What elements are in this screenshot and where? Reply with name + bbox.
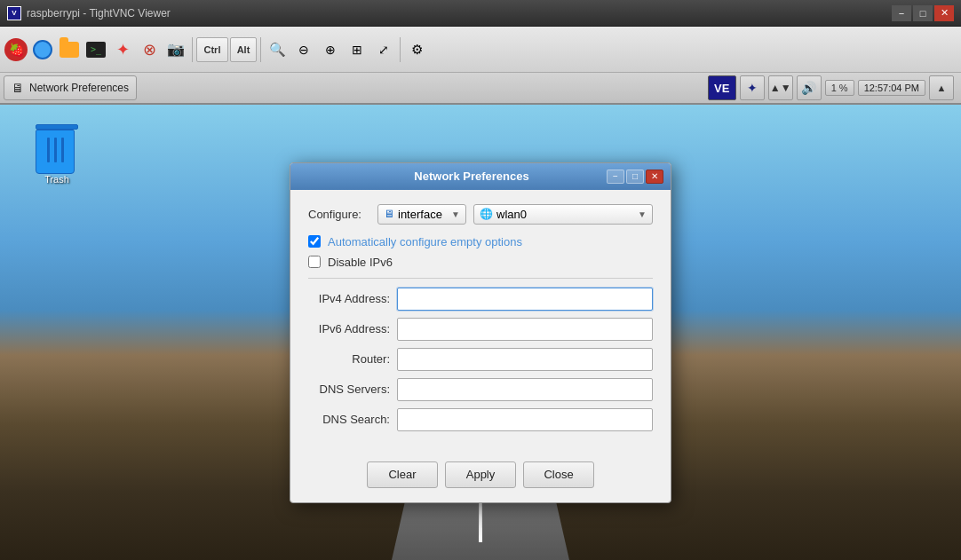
trash-can <box>36 130 75 174</box>
network-value: wlan0 <box>496 208 527 221</box>
apply-button[interactable]: Apply <box>445 461 516 488</box>
network-dropdown-arrow: ▼ <box>638 209 647 219</box>
title-bar: V raspberrypi - TightVNC Viewer − □ ✕ <box>0 0 961 27</box>
bluetooth-icon: ✦ <box>747 81 758 95</box>
globe-button[interactable] <box>30 37 55 62</box>
trash-line-3 <box>61 138 64 162</box>
taskbar-app-label: Network Preferences <box>29 82 129 94</box>
dialog-close-action-button[interactable]: Close <box>523 461 594 488</box>
battery-label: 1 % <box>831 83 848 93</box>
zoom-fit-icon: ⊞ <box>352 43 362 57</box>
auto-configure-row: Automatically configure empty options <box>308 235 653 248</box>
network-dropdown[interactable]: 🌐 wlan0 ▼ <box>473 204 653 225</box>
rpi-icon: 🍓 <box>4 38 28 61</box>
dialog-maximize-button[interactable]: □ <box>626 170 644 184</box>
router-label: Router: <box>308 352 397 366</box>
up-arrow-icon: ▲ <box>937 83 947 93</box>
bluetooth-tray-icon[interactable]: ✦ <box>740 75 765 100</box>
terminal-icon: >_ <box>86 42 106 58</box>
maximize-button[interactable]: □ <box>913 5 933 21</box>
dialog-content: Configure: 🖥 interface ▼ 🌐 wlan0 ▼ <box>290 190 671 453</box>
circle-icon: ⊗ <box>143 40 156 59</box>
toolbar-separator-3 <box>400 37 401 62</box>
window-title: raspberrypi - TightVNC Viewer <box>27 7 171 20</box>
search-button[interactable]: 🔍 <box>265 37 290 62</box>
options-button[interactable]: ⚙ <box>404 37 429 62</box>
clear-button[interactable]: Clear <box>367 461 438 488</box>
arrow-tray-icon[interactable]: ▲ <box>929 75 954 100</box>
folder-button[interactable] <box>57 37 82 62</box>
trash-visual <box>36 122 78 174</box>
network-icon: 🌐 <box>480 208 493 220</box>
star-button[interactable]: ✦ <box>110 37 135 62</box>
disable-ipv6-checkbox[interactable] <box>308 256 321 268</box>
clock-tray[interactable]: 12:57:04 PM <box>858 80 925 96</box>
configure-row: Configure: 🖥 interface ▼ 🌐 wlan0 ▼ <box>308 204 653 225</box>
dialog-titlebar: Network Preferences − □ ✕ <box>290 163 671 190</box>
close-window-button[interactable]: ✕ <box>934 5 954 21</box>
camera-icon: 📷 <box>167 41 185 58</box>
trash-lines <box>42 138 68 162</box>
zoom-in-button[interactable]: ⊕ <box>318 37 343 62</box>
ipv6-label: IPv6 Address: <box>308 322 397 335</box>
circle-button[interactable]: ⊗ <box>137 37 162 62</box>
auto-configure-checkbox[interactable] <box>308 235 321 248</box>
alt-button[interactable]: Alt <box>230 37 257 62</box>
configure-label: Configure: <box>308 208 370 221</box>
zoom-in-icon: ⊕ <box>325 43 336 57</box>
volume-icon: 🔊 <box>801 81 816 95</box>
taskbar-app-network-preferences[interactable]: 🖥 Network Preferences <box>4 75 137 100</box>
dns-servers-input[interactable] <box>397 378 653 401</box>
zoom-fit-button[interactable]: ⊞ <box>345 37 369 62</box>
ctrl-label: Ctrl <box>204 44 221 55</box>
taskbar-app-icon: 🖥 <box>12 81 24 95</box>
ve-tray-icon[interactable]: VE <box>708 75 736 100</box>
ctrl-button[interactable]: Ctrl <box>196 37 228 62</box>
folder-icon <box>60 42 79 58</box>
ipv4-row: IPv4 Address: <box>308 288 653 311</box>
camera-button[interactable]: 📷 <box>163 37 188 62</box>
zoom-out-icon: ⊖ <box>298 43 309 57</box>
globe-icon <box>33 40 52 59</box>
network-preferences-dialog: Network Preferences − □ ✕ Configure: 🖥 i… <box>290 162 671 503</box>
vnc-icon: V <box>7 6 21 20</box>
router-row: Router: <box>308 348 653 371</box>
wifi-tray-icon[interactable]: ▲▼ <box>768 75 793 100</box>
search-icon: 🔍 <box>269 42 286 58</box>
toolbar: 🍓 >_ ✦ ⊗ 📷 Ctrl Alt 🔍 ⊖ ⊕ ⊞ ⤢ ⚙ <box>0 27 961 73</box>
toolbar-separator-2 <box>260 37 261 62</box>
disable-ipv6-label: Disable IPv6 <box>328 256 393 269</box>
taskbar: 🖥 Network Preferences VE ✦ ▲▼ 🔊 1 % 12:5… <box>0 73 961 105</box>
wifi-icon: ▲▼ <box>770 82 791 94</box>
ipv4-input[interactable] <box>397 288 653 311</box>
title-bar-left: V raspberrypi - TightVNC Viewer <box>7 6 171 20</box>
battery-tray[interactable]: 1 % <box>825 80 854 96</box>
dialog-minimize-button[interactable]: − <box>607 170 624 184</box>
interface-dropdown[interactable]: 🖥 interface ▼ <box>377 204 466 225</box>
zoom-out-button[interactable]: ⊖ <box>291 37 316 62</box>
disable-ipv6-row: Disable IPv6 <box>308 256 653 269</box>
zoom-full-icon: ⤢ <box>378 43 389 57</box>
dns-servers-row: DNS Servers: <box>308 378 653 401</box>
alt-label: Alt <box>237 44 250 55</box>
trash-desktop-icon[interactable]: Trash <box>36 122 78 185</box>
volume-tray-icon[interactable]: 🔊 <box>797 75 822 100</box>
dialog-close-button[interactable]: ✕ <box>646 170 663 184</box>
minimize-button[interactable]: − <box>892 5 911 21</box>
rpi-button[interactable]: 🍓 <box>4 37 28 62</box>
desktop: Trash Network Preferences − □ ✕ Configur… <box>0 105 961 560</box>
options-icon: ⚙ <box>411 42 423 58</box>
zoom-full-button[interactable]: ⤢ <box>371 37 396 62</box>
terminal-button[interactable]: >_ <box>83 37 108 62</box>
dns-search-input[interactable] <box>397 408 653 431</box>
dns-search-label: DNS Search: <box>308 413 397 426</box>
dns-servers-label: DNS Servers: <box>308 383 397 396</box>
form-divider <box>308 278 653 279</box>
title-bar-controls: − □ ✕ <box>892 5 954 21</box>
star-icon: ✦ <box>116 40 130 59</box>
auto-configure-label: Automatically configure empty options <box>328 235 522 248</box>
router-input[interactable] <box>397 348 653 371</box>
ipv6-input[interactable] <box>397 318 653 341</box>
taskbar-right: VE ✦ ▲▼ 🔊 1 % 12:57:04 PM ▲ <box>708 75 957 100</box>
dns-search-row: DNS Search: <box>308 408 653 431</box>
